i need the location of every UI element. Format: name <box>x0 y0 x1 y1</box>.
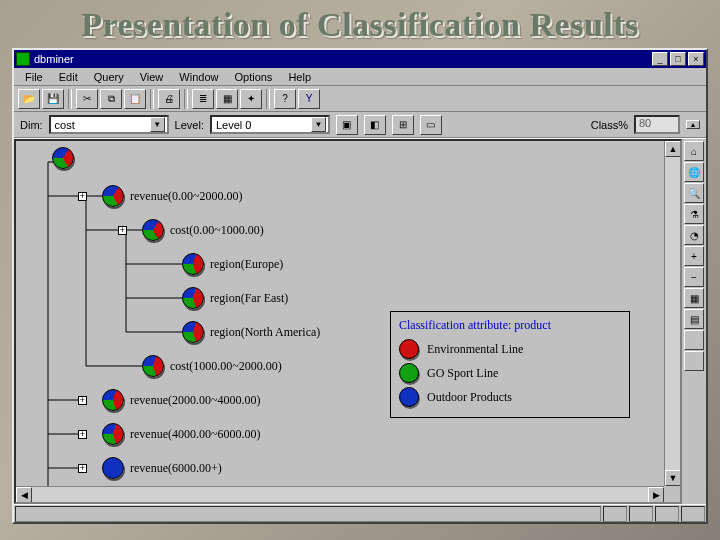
menubar: File Edit Query View Window Options Help <box>14 68 706 86</box>
side-zoom-in-icon[interactable]: + <box>684 246 704 266</box>
expander-icon[interactable]: + <box>78 192 87 201</box>
toolbar-separator <box>184 89 188 109</box>
close-button[interactable]: × <box>688 52 704 66</box>
legend-swatch-icon <box>399 387 419 407</box>
pie-icon <box>102 423 124 445</box>
side-pie-icon[interactable]: ◔ <box>684 225 704 245</box>
tree-node[interactable]: region(Europe) <box>182 253 283 275</box>
tool-cut-icon[interactable]: ✂ <box>76 89 98 109</box>
canvas[interactable]: +revenue(0.00~2000.00)+cost(0.00~1000.00… <box>14 139 682 504</box>
menu-options[interactable]: Options <box>227 70 279 84</box>
classpct-field[interactable]: 80 <box>634 115 680 134</box>
minimize-button[interactable]: _ <box>652 52 668 66</box>
classpct-up-icon[interactable]: ▲ <box>686 120 700 129</box>
expander-icon[interactable]: + <box>78 430 87 439</box>
chevron-down-icon[interactable]: ▼ <box>150 117 165 132</box>
scroll-track[interactable] <box>32 487 648 502</box>
classpct-label: Class% <box>591 119 628 131</box>
app-icon <box>16 52 30 66</box>
tree-node[interactable]: revenue(0.00~2000.00) <box>102 185 242 207</box>
tool-wand-icon[interactable]: ✦ <box>240 89 262 109</box>
status-cell <box>681 506 705 522</box>
dim-label: Dim: <box>20 119 43 131</box>
tool-list-icon[interactable]: ≣ <box>192 89 214 109</box>
tool-copy-icon[interactable]: ⧉ <box>100 89 122 109</box>
legend-title: Classification attribute: product <box>399 318 621 333</box>
dim-combo[interactable]: cost ▼ <box>49 115 169 134</box>
menu-view[interactable]: View <box>133 70 171 84</box>
titlebar: dbminer _ □ × <box>14 50 706 68</box>
menu-edit[interactable]: Edit <box>52 70 85 84</box>
ctl-btn-1[interactable]: ▣ <box>336 115 358 135</box>
menu-file[interactable]: File <box>18 70 50 84</box>
menu-window[interactable]: Window <box>172 70 225 84</box>
tree-node[interactable]: revenue(2000.00~4000.00) <box>102 389 260 411</box>
tool-save-icon[interactable]: 💾 <box>42 89 64 109</box>
pie-icon <box>102 389 124 411</box>
tree-root-node[interactable] <box>52 147 74 169</box>
expander-icon[interactable]: + <box>118 226 127 235</box>
tree-node-label: revenue(4000.00~6000.00) <box>130 427 260 442</box>
legend-row: Environmental Line <box>399 339 621 359</box>
toolbar-separator <box>150 89 154 109</box>
scroll-up-icon[interactable]: ▲ <box>665 141 681 157</box>
slide-title: Presentation of Classification Results <box>0 0 720 52</box>
pie-icon <box>142 219 164 241</box>
status-cell <box>603 506 627 522</box>
chevron-down-icon[interactable]: ▼ <box>311 117 326 132</box>
side-blank1-icon[interactable] <box>684 330 704 350</box>
tool-open-icon[interactable]: 📂 <box>18 89 40 109</box>
level-combo[interactable]: Level 0 ▼ <box>210 115 330 134</box>
side-world-icon[interactable]: 🌐 <box>684 162 704 182</box>
toolbar-separator <box>68 89 72 109</box>
side-zoom-out-icon[interactable]: − <box>684 267 704 287</box>
tool-you-icon[interactable]: Y <box>298 89 320 109</box>
expander-icon[interactable]: + <box>78 396 87 405</box>
tool-paste-icon[interactable]: 📋 <box>124 89 146 109</box>
dim-value: cost <box>55 119 75 131</box>
side-filter-icon[interactable]: ⚗ <box>684 204 704 224</box>
menu-help[interactable]: Help <box>281 70 318 84</box>
ctl-btn-3[interactable]: ⊞ <box>392 115 414 135</box>
tool-grid-icon[interactable]: ▦ <box>216 89 238 109</box>
menu-query[interactable]: Query <box>87 70 131 84</box>
tree-node[interactable]: region(Far East) <box>182 287 288 309</box>
pie-icon <box>102 457 124 479</box>
side-bar-icon[interactable]: ▤ <box>684 309 704 329</box>
status-cell <box>629 506 653 522</box>
side-search-icon[interactable]: 🔍 <box>684 183 704 203</box>
maximize-button[interactable]: □ <box>670 52 686 66</box>
tree-node-label: region(Far East) <box>210 291 288 306</box>
tree-node[interactable]: cost(0.00~1000.00) <box>142 219 264 241</box>
expander-icon[interactable]: + <box>78 464 87 473</box>
scroll-right-icon[interactable]: ▶ <box>648 487 664 503</box>
ctl-btn-2[interactable]: ◧ <box>364 115 386 135</box>
status-cell <box>655 506 679 522</box>
pie-icon <box>182 253 204 275</box>
pie-icon <box>182 321 204 343</box>
vertical-scrollbar[interactable]: ▲ ▼ <box>664 141 680 486</box>
tree-node[interactable]: revenue(6000.00+) <box>102 457 222 479</box>
tree-node-label: region(Europe) <box>210 257 283 272</box>
side-blank2-icon[interactable] <box>684 351 704 371</box>
ctl-btn-4[interactable]: ▭ <box>420 115 442 135</box>
side-home-icon[interactable]: ⌂ <box>684 141 704 161</box>
statusbar <box>14 504 706 522</box>
tree-node[interactable]: region(North America) <box>182 321 320 343</box>
side-grid-icon[interactable]: ▦ <box>684 288 704 308</box>
tree-node[interactable]: cost(1000.00~2000.00) <box>142 355 282 377</box>
legend-label: Outdoor Products <box>427 390 512 405</box>
tool-print-icon[interactable]: 🖨 <box>158 89 180 109</box>
scroll-track[interactable] <box>665 157 680 470</box>
toolbar-separator <box>266 89 270 109</box>
horizontal-scrollbar[interactable]: ◀ ▶ <box>16 486 664 502</box>
status-cell <box>15 506 601 522</box>
tree-node-label: cost(0.00~1000.00) <box>170 223 264 238</box>
pie-icon <box>142 355 164 377</box>
tree-node-label: cost(1000.00~2000.00) <box>170 359 282 374</box>
scroll-left-icon[interactable]: ◀ <box>16 487 32 503</box>
legend-swatch-icon <box>399 363 419 383</box>
scroll-down-icon[interactable]: ▼ <box>665 470 681 486</box>
tool-help-icon[interactable]: ? <box>274 89 296 109</box>
tree-node[interactable]: revenue(4000.00~6000.00) <box>102 423 260 445</box>
